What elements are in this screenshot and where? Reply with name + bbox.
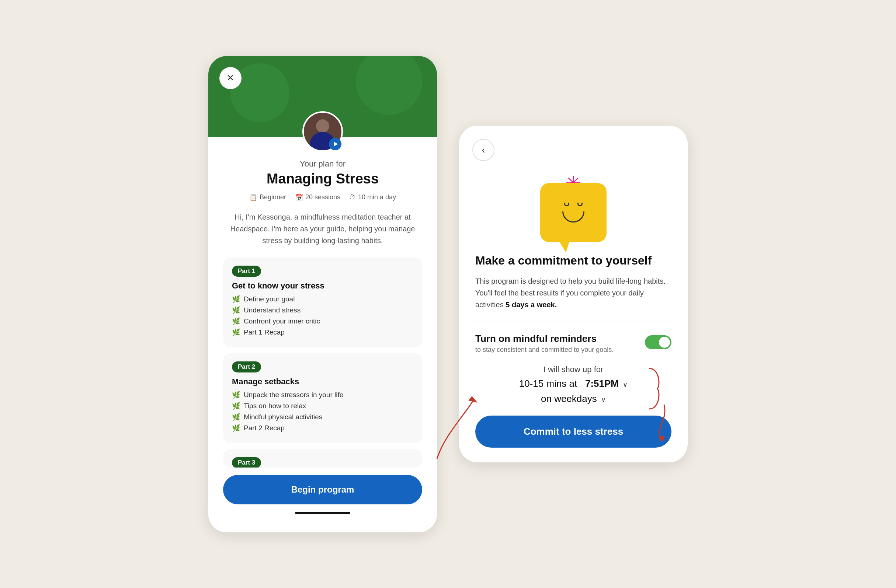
part-1-badge: Part 1 [232, 266, 261, 277]
svg-marker-1 [658, 436, 665, 441]
part-1-item-3: 🌿 Confront your inner critic [232, 317, 413, 325]
leaf-icon: 🌿 [232, 295, 240, 303]
illustration: ✳ [472, 169, 674, 242]
schedule-show-text: I will show up for [475, 365, 672, 374]
bubble-smile [562, 211, 584, 223]
part-2-badge: Part 2 [232, 362, 261, 372]
part-2-item-1: 🌿 Unpack the stressors in your life [232, 391, 413, 399]
part-2-title: Manage setbacks [232, 377, 413, 386]
leaf-icon: 🌿 [232, 402, 240, 410]
left-eye [564, 203, 569, 206]
commitment-desc-plain: This program is designed to help you bui… [475, 277, 666, 309]
part-1-item-4-text: Part 1 Recap [244, 328, 285, 336]
part-3-badge: Part 3 [232, 457, 261, 468]
phone-body: Your plan for Managing Stress 📋 Beginner… [208, 137, 437, 532]
right-body: Make a commitment to yourself This progr… [459, 253, 688, 462]
commitment-title: Make a commitment to yourself [475, 253, 672, 269]
schedule-duration-text: 10-15 mins at [519, 378, 578, 389]
begin-program-button[interactable]: Begin program [223, 475, 422, 504]
time-text: 10 min a day [358, 193, 396, 201]
phone-header: ✕ [208, 56, 437, 137]
speech-bubble [540, 183, 606, 242]
reminder-row: Turn on mindful reminders to stay consis… [475, 333, 672, 354]
schedule-time-row[interactable]: 10-15 mins at 7:51PM ∨ [475, 378, 672, 389]
bubble-face [540, 183, 606, 242]
part-1-item-2: 🌿 Understand stress [232, 306, 413, 314]
schedule-box: I will show up for 10-15 mins at 7:51PM … [475, 365, 672, 404]
meta-level: 📋 Beginner [249, 193, 286, 202]
commit-button[interactable]: Commit to less stress [475, 416, 672, 448]
left-phone-card: ✕ Your plan for Managing Stress 📋 Beginn… [208, 56, 437, 532]
bubble-eyes [564, 203, 582, 206]
leaf-icon: 🌿 [232, 391, 240, 399]
back-button[interactable]: ‹ [472, 139, 494, 161]
part-2-item-4-text: Part 2 Recap [244, 424, 285, 432]
play-button[interactable] [329, 138, 341, 150]
days-chevron-icon: ∨ [601, 396, 606, 403]
part-1-section: Part 1 Get to know your stress 🌿 Define … [223, 258, 422, 348]
plan-description: Hi, I'm Kessonga, a mindfulness meditati… [223, 211, 422, 246]
plan-title: Managing Stress [223, 171, 422, 187]
part-1-item-2-text: Understand stress [244, 306, 300, 314]
level-text: Beginner [260, 193, 286, 201]
leaf-icon: 🌿 [232, 413, 240, 421]
meta-time: ⏱ 10 min a day [349, 193, 396, 201]
commitment-description: This program is designed to help you bui… [475, 275, 672, 311]
close-button[interactable]: ✕ [219, 67, 242, 89]
schedule-days-text: on weekdays [541, 393, 597, 404]
time-chevron-icon: ∨ [623, 381, 628, 388]
part-1-item-3-text: Confront your inner critic [244, 317, 320, 325]
right-header: ‹ ✳ [459, 126, 688, 242]
avatar-wrap [302, 111, 343, 152]
part-2-item-2: 🌿 Tips on how to relax [232, 402, 413, 410]
down-arrow-annotation [649, 404, 679, 441]
schedule-section: I will show up for 10-15 mins at 7:51PM … [475, 365, 672, 404]
reminder-text-group: Turn on mindful reminders to stay consis… [475, 333, 614, 354]
level-icon: 📋 [249, 193, 258, 202]
part-2-item-3: 🌿 Mindful physical activities [232, 413, 413, 421]
sessions-text: 20 sessions [305, 193, 340, 201]
plan-meta: 📋 Beginner 📅 20 sessions ⏱ 10 min a day [223, 193, 422, 202]
leaf-icon: 🌿 [232, 328, 240, 336]
schedule-time-value: 7:51PM [585, 378, 619, 389]
part-1-item-1-text: Define your goal [244, 295, 295, 303]
leaf-icon: 🌿 [232, 306, 240, 314]
reminder-toggle[interactable] [645, 335, 672, 349]
part-1-item-1: 🌿 Define your goal [232, 295, 413, 303]
part-2-item-2-text: Tips on how to relax [244, 402, 306, 410]
divider [475, 322, 672, 322]
part-2-section: Part 2 Manage setbacks 🌿 Unpack the stre… [223, 353, 422, 443]
home-indicator [295, 512, 350, 514]
part-3-section: Part 3 [223, 449, 422, 468]
commitment-desc-bold: 5 days a week. [506, 301, 557, 309]
part-2-item-3-text: Mindful physical activities [244, 413, 322, 421]
part-1-item-4: 🌿 Part 1 Recap [232, 328, 413, 336]
time-icon: ⏱ [349, 193, 356, 201]
reminder-title: Turn on mindful reminders [475, 333, 614, 345]
schedule-days-row[interactable]: on weekdays ∨ [475, 393, 672, 404]
right-eye [578, 203, 582, 206]
sessions-icon: 📅 [295, 193, 303, 202]
part-2-item-1-text: Unpack the stressors in your life [244, 391, 343, 399]
part-2-item-4: 🌿 Part 2 Recap [232, 424, 413, 432]
plan-for-label: Your plan for [223, 159, 422, 169]
leaf-icon: 🌿 [232, 424, 240, 432]
part-1-title: Get to know your stress [232, 281, 413, 291]
reminder-subtitle: to stay consistent and committed to your… [475, 346, 614, 354]
right-phone-card: ‹ ✳ [459, 126, 688, 462]
leaf-icon: 🌿 [232, 317, 240, 325]
meta-sessions: 📅 20 sessions [295, 193, 340, 202]
